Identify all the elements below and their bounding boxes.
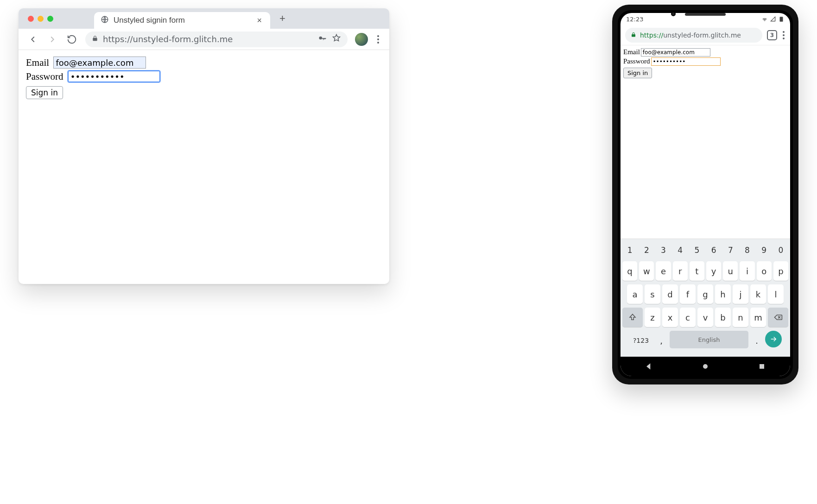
keyboard-row-3: z x c v b n m [622, 308, 788, 327]
key-w[interactable]: w [639, 261, 654, 281]
key-5[interactable]: 5 [690, 243, 704, 258]
reload-button[interactable] [66, 33, 78, 45]
key-0[interactable]: 0 [773, 243, 788, 258]
backspace-icon [773, 313, 783, 322]
browser-menu-button[interactable] [375, 33, 381, 45]
keyboard-row-2: a s d f g h j k l [622, 284, 788, 304]
signin-button[interactable]: Sign in [26, 86, 63, 99]
svg-rect-2 [780, 17, 783, 22]
key-6[interactable]: 6 [706, 243, 721, 258]
mobile-toolbar: https://unstyled-form.glitch.me 3 [621, 25, 790, 45]
key-j[interactable]: j [733, 284, 748, 304]
email-row: Email [26, 57, 382, 69]
key-r[interactable]: r [673, 261, 688, 281]
key-y[interactable]: y [706, 261, 721, 281]
key-1[interactable]: 1 [622, 243, 637, 258]
tabs-count-button[interactable]: 3 [767, 30, 777, 40]
bookmark-star-icon[interactable] [332, 33, 341, 45]
nav-home-button[interactable] [701, 362, 710, 371]
key-n[interactable]: n [733, 308, 748, 327]
key-g[interactable]: g [697, 284, 713, 304]
key-o[interactable]: o [757, 261, 772, 281]
nav-back-button[interactable] [644, 362, 653, 371]
spacebar-key[interactable]: English [670, 331, 748, 348]
signal-icon [770, 16, 776, 22]
key-v[interactable]: v [697, 308, 713, 327]
key-icon[interactable] [318, 33, 327, 45]
address-bar[interactable]: https://unstyled-form.glitch.me [85, 32, 348, 47]
maximize-window-button[interactable] [47, 16, 53, 22]
key-2[interactable]: 2 [639, 243, 654, 258]
key-z[interactable]: z [645, 308, 660, 327]
keyboard-row-1: q w e r t y u i o p [622, 261, 788, 281]
backspace-key[interactable] [768, 308, 788, 327]
phone-earpiece [685, 13, 726, 16]
new-tab-button[interactable]: + [274, 13, 291, 25]
tab-bar: Unstyled signin form × + [19, 8, 389, 29]
back-button[interactable] [27, 33, 39, 45]
mobile-menu-button[interactable] [782, 30, 785, 40]
key-t[interactable]: t [690, 261, 704, 281]
key-c[interactable]: c [680, 308, 696, 327]
key-k[interactable]: k [750, 284, 766, 304]
shift-key[interactable] [622, 308, 643, 327]
key-u[interactable]: u [723, 261, 738, 281]
profile-avatar[interactable] [355, 33, 368, 46]
forward-button[interactable] [46, 33, 58, 45]
period-key[interactable]: . [750, 331, 763, 350]
tab-title: Unstyled signin form [114, 16, 250, 25]
lock-icon [92, 34, 98, 44]
phone-frame: 12:23 https://unstyled-form.glitch.me 3 [612, 5, 798, 384]
key-m[interactable]: m [750, 308, 766, 327]
url-text: https://unstyled-form.glitch.me [103, 34, 233, 44]
comma-key[interactable]: , [655, 331, 668, 350]
mobile-url-text: https://unstyled-form.glitch.me [640, 32, 741, 39]
android-nav-bar [621, 357, 790, 376]
mobile-address-bar[interactable]: https://unstyled-form.glitch.me [625, 28, 762, 43]
key-9[interactable]: 9 [757, 243, 772, 258]
email-label: Email [26, 57, 49, 68]
key-b[interactable]: b [715, 308, 731, 327]
nav-recent-button[interactable] [757, 362, 766, 371]
key-h[interactable]: h [715, 284, 731, 304]
key-f[interactable]: f [680, 284, 696, 304]
minimize-window-button[interactable] [38, 16, 44, 22]
symbols-key[interactable]: ?123 [629, 331, 653, 350]
status-icons [761, 16, 785, 22]
email-field[interactable] [53, 57, 146, 69]
password-field[interactable] [68, 70, 160, 82]
key-3[interactable]: 3 [656, 243, 671, 258]
mobile-email-label: Email [623, 48, 640, 56]
page-content: Email Password Sign in [19, 50, 389, 106]
key-a[interactable]: a [627, 284, 643, 304]
phone-camera [671, 12, 676, 16]
mobile-page-content: Email Password Sign in [621, 45, 790, 239]
key-4[interactable]: 4 [673, 243, 688, 258]
key-i[interactable]: i [740, 261, 754, 281]
wifi-icon [761, 16, 768, 22]
key-q[interactable]: q [622, 261, 637, 281]
enter-key[interactable] [765, 331, 782, 347]
close-window-button[interactable] [28, 16, 34, 22]
lock-icon [631, 32, 636, 39]
svg-point-1 [319, 37, 323, 40]
key-p[interactable]: p [773, 261, 788, 281]
battery-icon [778, 16, 785, 22]
key-e[interactable]: e [656, 261, 671, 281]
key-7[interactable]: 7 [723, 243, 738, 258]
key-8[interactable]: 8 [740, 243, 754, 258]
browser-tab[interactable]: Unstyled signin form × [94, 12, 270, 29]
browser-toolbar: https://unstyled-form.glitch.me [19, 29, 389, 50]
key-x[interactable]: x [662, 308, 678, 327]
close-tab-button[interactable]: × [255, 16, 264, 25]
key-s[interactable]: s [645, 284, 660, 304]
mobile-signin-button[interactable]: Sign in [623, 68, 652, 78]
key-l[interactable]: l [768, 284, 784, 304]
mobile-email-field[interactable] [641, 48, 710, 57]
mobile-password-field[interactable] [651, 57, 721, 66]
key-d[interactable]: d [662, 284, 678, 304]
soft-keyboard: 1 2 3 4 5 6 7 8 9 0 q w e r t y [621, 239, 790, 357]
password-row: Password [26, 70, 382, 82]
keyboard-number-row: 1 2 3 4 5 6 7 8 9 0 [622, 243, 788, 258]
keyboard-row-4: ?123 , English . [622, 331, 788, 350]
